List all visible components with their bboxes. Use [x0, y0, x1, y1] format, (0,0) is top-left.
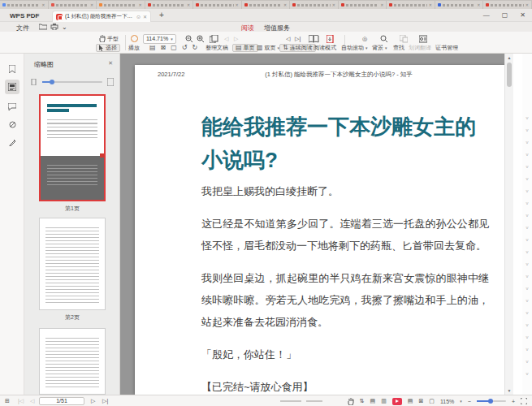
page-1-thumbnail[interactable]: [39, 94, 106, 201]
tab-close-icon[interactable]: ✕: [526, 3, 529, 7]
browser-tab[interactable]: ✕: [435, 1, 483, 9]
statusbar-page-input[interactable]: [39, 397, 84, 405]
zoom-in-button[interactable]: [197, 34, 205, 43]
browser-tab[interactable]: ✕: [387, 1, 435, 9]
attachment-icon[interactable]: [5, 117, 19, 132]
tab-close-icon[interactable]: ✕: [429, 3, 432, 7]
zoom-slider-handle[interactable]: [488, 399, 493, 404]
rotate-left-icon[interactable]: ↺: [182, 45, 188, 51]
open-folder-icon[interactable]: [39, 24, 47, 30]
continuous-view-icon[interactable]: ⇅: [360, 398, 365, 404]
browser-tab[interactable]: ✕: [49, 1, 97, 9]
background-icon[interactable]: ◎: [362, 34, 367, 43]
play-icon[interactable]: [131, 34, 138, 43]
tab-close-icon[interactable]: ✕: [90, 3, 93, 7]
document-viewport[interactable]: 2021/7/22 (1 封私信) 能给我推荐一下本沙雕女主的小说吗? - 知乎…: [120, 54, 513, 395]
scroll-up-icon[interactable]: ▲: [505, 55, 513, 60]
rotate-right-icon[interactable]: ↻: [192, 45, 198, 51]
certificate-icon[interactable]: [419, 34, 427, 43]
prev-page-icon[interactable]: ◁: [30, 397, 34, 405]
background-button[interactable]: 背景 ▾: [372, 44, 387, 52]
find-button-label[interactable]: 查找: [393, 44, 404, 52]
fit-page-icon[interactable]: ⊠: [418, 398, 423, 404]
tab-close-icon[interactable]: ✕: [187, 3, 190, 7]
first-page-icon[interactable]: |◁: [18, 397, 24, 405]
browser-tab[interactable]: ✕: [242, 1, 290, 9]
double-page-view-icon[interactable]: ▥: [381, 398, 387, 404]
chevron-down-icon[interactable]: ▾: [460, 399, 462, 404]
crop-page-icon[interactable]: ▤: [149, 45, 156, 51]
read-mode-icon[interactable]: [309, 34, 319, 43]
last-page-icon[interactable]: ▷|: [102, 397, 108, 405]
chevron-down-icon[interactable]: ⌄: [62, 24, 67, 31]
single-page-view-icon[interactable]: ▤: [370, 398, 376, 404]
pin-tab-icon[interactable]: ⊙: [136, 15, 141, 19]
tab-close-icon[interactable]: ✕: [380, 3, 383, 7]
statusbar-zoom-value[interactable]: 115%: [440, 399, 454, 404]
fullscreen-icon[interactable]: [521, 398, 527, 404]
wps-app-button[interactable]: WPS PDF: [10, 12, 39, 19]
hand-tool-icon[interactable]: [348, 398, 354, 405]
next-page-icon[interactable]: ▷: [91, 397, 95, 405]
thumbnail-size-slider[interactable]: [31, 78, 114, 86]
delete-page-icon[interactable]: ⊠: [161, 45, 167, 51]
maximize-icon[interactable]: ▢: [502, 11, 508, 19]
browser-tab[interactable]: ✕: [483, 1, 531, 9]
double-page-button[interactable]: ▥ 双页 ▾: [257, 44, 279, 52]
print-icon[interactable]: [50, 24, 58, 30]
close-window-icon[interactable]: ✕: [520, 11, 526, 19]
zoom-out-minus[interactable]: −: [468, 399, 471, 404]
insert-page-icon[interactable]: ▢: [171, 45, 177, 51]
browser-tab[interactable]: ✕: [290, 1, 338, 9]
tab-close-icon[interactable]: ✕: [41, 3, 45, 7]
find-button[interactable]: [380, 34, 388, 43]
single-page-button[interactable]: ▤ 单页: [232, 44, 258, 52]
page-2-thumbnail[interactable]: [39, 218, 106, 310]
scrollbar-thumb[interactable]: [507, 63, 512, 87]
view-back-button[interactable]: ◁: [224, 34, 228, 43]
fit-page-button[interactable]: [210, 34, 218, 43]
document-tab[interactable]: (1 封私信) 能给我推荐一下… ⊙ ✕: [52, 11, 151, 22]
select-tool-button[interactable]: 选择: [96, 44, 120, 52]
tab-close-icon[interactable]: ✕: [236, 3, 239, 7]
prev-page-button[interactable]: ◁: [286, 34, 290, 43]
auto-scroll-icon[interactable]: [327, 34, 334, 43]
new-tab-button[interactable]: +: [159, 11, 164, 19]
thumbnails-icon[interactable]: [5, 80, 19, 94]
page-grid-icon[interactable]: ⊞: [5, 397, 10, 405]
comments-icon[interactable]: [5, 99, 19, 114]
presentation-play-button[interactable]: [392, 398, 402, 405]
continuous-read-button[interactable]: ⇅ 连续阅读: [279, 44, 316, 52]
fit-width-icon[interactable]: ▤: [408, 398, 413, 404]
bookmark-icon[interactable]: [5, 62, 19, 76]
scroll-down-icon[interactable]: ▼: [505, 388, 513, 393]
zoom-combo[interactable]: 114.71%▾: [143, 34, 176, 43]
slider-handle[interactable]: [50, 80, 54, 84]
close-panel-icon[interactable]: ✕: [108, 60, 113, 67]
browser-tab[interactable]: ✕: [339, 1, 387, 9]
browser-tab[interactable]: ✕: [97, 1, 145, 9]
cert-manage-button[interactable]: 证书管理: [435, 44, 458, 52]
read-mode-button[interactable]: 阅读模式: [314, 44, 336, 52]
close-tab-icon[interactable]: ✕: [143, 15, 147, 19]
signature-icon[interactable]: [5, 135, 19, 149]
browser-tab[interactable]: ✕: [0, 1, 48, 9]
zoom-in-plus[interactable]: +: [512, 399, 515, 404]
tab-close-icon[interactable]: ✕: [477, 3, 480, 7]
page-3-thumbnail[interactable]: [39, 328, 106, 395]
tab-close-icon[interactable]: ✕: [332, 3, 335, 7]
vertical-scrollbar[interactable]: ▲ ▼: [504, 54, 513, 395]
hand-tool-button[interactable]: 手型: [99, 34, 119, 43]
tab-close-icon[interactable]: ✕: [283, 3, 287, 7]
organize-pages-button[interactable]: 整理文稿: [205, 44, 228, 52]
browser-tab[interactable]: ✕: [145, 1, 193, 9]
auto-scroll-button[interactable]: 自动滚动 ▾: [341, 44, 368, 52]
play-button[interactable]: 播放: [128, 44, 140, 52]
minimize-icon[interactable]: —: [483, 11, 490, 19]
actual-size-icon[interactable]: ▢: [429, 398, 435, 404]
zoom-slider[interactable]: [477, 399, 506, 404]
browser-tab-bar[interactable]: ✕✕✕✕✕✕✕✕✕✕✕: [0, 0, 532, 9]
zoom-out-button[interactable]: [185, 34, 193, 43]
last-page-button[interactable]: ▷|: [295, 34, 301, 43]
browser-tab[interactable]: ✕: [193, 1, 241, 9]
